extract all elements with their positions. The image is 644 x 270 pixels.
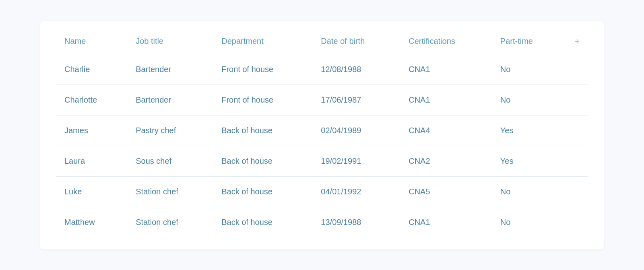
table-row: LukeStation chefBack of house04/01/1992C… [56,176,588,207]
add-row-button[interactable]: + [574,36,580,46]
cell-name: James [56,115,128,146]
table-row: LauraSous chefBack of house19/02/1991CNA… [56,146,588,176]
cell-date_of_birth: 13/09/1988 [313,207,400,237]
cell-part_time: Yes [492,115,564,146]
col-header-certifications: Certifications [400,29,492,54]
col-header-part-time: Part-time [492,29,564,54]
cell-action [564,54,588,85]
cell-part_time: No [492,54,564,85]
cell-part_time: No [492,207,564,237]
staff-table: Name Job title Department Date of birth … [56,29,588,237]
cell-department: Back of house [213,146,313,176]
cell-date_of_birth: 04/01/1992 [313,176,400,207]
cell-part_time: No [492,85,564,115]
col-header-job-title: Job title [128,29,213,54]
table-row: JamesPastry chefBack of house02/04/1989C… [56,115,588,146]
cell-certifications: CNA2 [400,146,492,176]
cell-certifications: CNA1 [400,54,492,85]
cell-date_of_birth: 12/08/1988 [313,54,400,85]
table-row: CharlotteBartenderFront of house17/06/19… [56,85,588,115]
col-header-department: Department [213,29,313,54]
cell-department: Back of house [213,115,313,146]
table-row: MatthewStation chefBack of house13/09/19… [56,207,588,237]
cell-date_of_birth: 17/06/1987 [313,85,400,115]
staff-table-container: Name Job title Department Date of birth … [40,21,604,249]
cell-department: Back of house [213,176,313,207]
cell-name: Laura [56,146,128,176]
col-header-date-of-birth: Date of birth [313,29,400,54]
cell-department: Back of house [213,207,313,237]
cell-job_title: Station chef [128,207,213,237]
cell-name: Luke [56,176,128,207]
cell-department: Front of house [213,54,313,85]
cell-job_title: Bartender [128,54,213,85]
cell-date_of_birth: 19/02/1991 [313,146,400,176]
table-body: CharlieBartenderFront of house12/08/1988… [56,54,588,237]
cell-action [564,207,588,237]
table-row: CharlieBartenderFront of house12/08/1988… [56,54,588,85]
cell-part_time: No [492,176,564,207]
cell-part_time: Yes [492,146,564,176]
col-header-name: Name [56,29,128,54]
cell-name: Charlotte [56,85,128,115]
cell-job_title: Bartender [128,85,213,115]
add-column-header: + [564,29,588,54]
cell-name: Matthew [56,207,128,237]
cell-action [564,85,588,115]
cell-date_of_birth: 02/04/1989 [313,115,400,146]
table-header: Name Job title Department Date of birth … [56,29,588,54]
cell-action [564,176,588,207]
cell-certifications: CNA5 [400,176,492,207]
cell-action [564,146,588,176]
cell-department: Front of house [213,85,313,115]
cell-certifications: CNA1 [400,85,492,115]
cell-action [564,115,588,146]
cell-job_title: Pastry chef [128,115,213,146]
cell-job_title: Station chef [128,176,213,207]
cell-certifications: CNA4 [400,115,492,146]
cell-name: Charlie [56,54,128,85]
cell-certifications: CNA1 [400,207,492,237]
cell-job_title: Sous chef [128,146,213,176]
